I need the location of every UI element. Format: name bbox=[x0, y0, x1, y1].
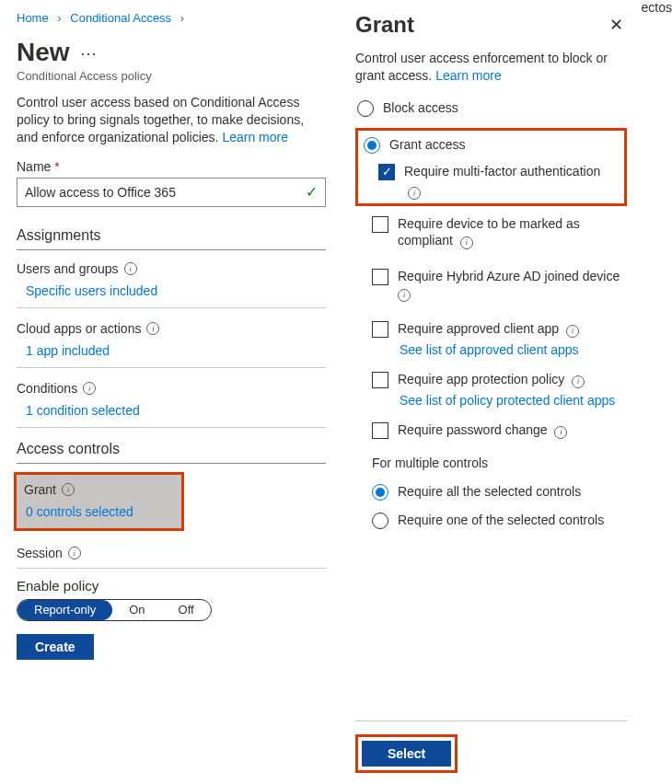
users-and-groups[interactable]: Users and groups i Specific users includ… bbox=[17, 261, 326, 308]
page-description: Control user access based on Conditional… bbox=[17, 94, 326, 146]
breadcrumb: Home › Conditional Access › bbox=[17, 11, 326, 25]
checkbox-icon[interactable] bbox=[372, 372, 388, 388]
opt-block-access[interactable]: Block access bbox=[355, 99, 627, 117]
opt-require-all[interactable]: Require all the selected controls bbox=[372, 483, 627, 501]
page-title: New bbox=[17, 38, 70, 67]
info-icon[interactable]: i bbox=[566, 325, 579, 338]
opt-require-mfa[interactable]: ✓ Require multi-factor authentication bbox=[378, 163, 620, 180]
users-link[interactable]: Specific users included bbox=[26, 283, 157, 298]
grant-status-link[interactable]: 0 controls selected bbox=[26, 504, 133, 519]
cloud-apps[interactable]: Cloud apps or actions i 1 app included bbox=[17, 321, 326, 368]
info-icon[interactable]: i bbox=[572, 375, 585, 388]
more-actions-icon[interactable]: ··· bbox=[81, 44, 98, 63]
info-icon[interactable]: i bbox=[146, 322, 159, 335]
toggle-off[interactable]: Off bbox=[162, 600, 211, 620]
breadcrumb-conditional-access[interactable]: Conditional Access bbox=[70, 11, 171, 25]
chevron-right-icon: › bbox=[180, 11, 184, 25]
protection-apps-link[interactable]: See list of policy protected client apps bbox=[400, 392, 627, 409]
learn-more-link[interactable]: Learn more bbox=[222, 130, 288, 144]
create-button[interactable]: Create bbox=[17, 634, 94, 660]
checkmark-icon: ✓ bbox=[306, 185, 318, 200]
assignments-header: Assignments bbox=[17, 227, 326, 250]
close-icon[interactable]: ✕ bbox=[606, 11, 627, 39]
approved-apps-link[interactable]: See list of approved client apps bbox=[400, 341, 627, 358]
checkbox-icon[interactable] bbox=[372, 422, 388, 439]
info-icon[interactable]: i bbox=[398, 289, 411, 302]
conditions[interactable]: Conditions i 1 condition selected bbox=[17, 381, 326, 428]
checkbox-icon[interactable] bbox=[372, 269, 388, 285]
grant-access-highlight: Grant access ✓ Require multi-factor auth… bbox=[355, 128, 627, 206]
info-icon[interactable]: i bbox=[68, 547, 81, 559]
session-control[interactable]: Session i bbox=[17, 538, 326, 569]
checkbox-icon[interactable]: ✓ bbox=[378, 164, 395, 180]
toggle-report-only[interactable]: Report-only bbox=[17, 600, 112, 620]
info-icon[interactable]: i bbox=[460, 236, 473, 249]
select-button-highlight: Select bbox=[355, 734, 458, 773]
panel-learn-more[interactable]: Learn more bbox=[435, 68, 502, 83]
enable-policy-toggle[interactable]: Report-only On Off bbox=[17, 599, 212, 621]
info-icon[interactable]: i bbox=[408, 187, 421, 200]
info-icon[interactable]: i bbox=[124, 262, 137, 275]
name-input[interactable]: Allow access to Office 365 ✓ bbox=[17, 178, 326, 207]
chevron-right-icon: › bbox=[57, 11, 61, 25]
toggle-on[interactable]: On bbox=[112, 600, 161, 620]
opt-require-approved-app[interactable]: Require approved client app i bbox=[372, 320, 627, 338]
breadcrumb-home[interactable]: Home bbox=[17, 11, 49, 25]
checkbox-icon[interactable] bbox=[372, 216, 388, 233]
panel-title: Grant bbox=[355, 12, 414, 38]
opt-require-hybrid[interactable]: Require Hybrid Azure AD joined device i bbox=[372, 268, 627, 302]
panel-description: Control user access enforcement to block… bbox=[355, 50, 627, 85]
info-icon[interactable]: i bbox=[554, 426, 567, 439]
access-controls-header: Access controls bbox=[17, 441, 326, 464]
multiple-controls-header: For multiple controls bbox=[372, 455, 627, 470]
opt-require-compliant[interactable]: Require device to be marked as compliant… bbox=[372, 215, 627, 249]
checkbox-icon[interactable] bbox=[372, 321, 388, 338]
opt-require-one[interactable]: Require one of the selected controls bbox=[372, 512, 627, 529]
enable-policy-label: Enable policy bbox=[17, 578, 326, 594]
info-icon[interactable]: i bbox=[83, 382, 96, 395]
radio-icon[interactable] bbox=[364, 137, 380, 154]
info-icon[interactable]: i bbox=[62, 483, 75, 496]
opt-grant-access[interactable]: Grant access bbox=[362, 136, 620, 154]
opt-require-password-change[interactable]: Require password change i bbox=[372, 421, 627, 439]
grant-control[interactable]: Grant i 0 controls selected bbox=[14, 472, 184, 531]
page-subtitle: Conditional Access policy bbox=[17, 69, 326, 83]
radio-icon[interactable] bbox=[372, 513, 388, 529]
radio-icon[interactable] bbox=[372, 484, 388, 501]
select-button[interactable]: Select bbox=[362, 741, 451, 767]
conditions-link[interactable]: 1 condition selected bbox=[26, 403, 140, 418]
name-label: Name * bbox=[17, 159, 326, 174]
opt-require-protection[interactable]: Require app protection policy i bbox=[372, 371, 627, 388]
radio-icon[interactable] bbox=[357, 100, 374, 117]
apps-link[interactable]: 1 app included bbox=[26, 343, 110, 358]
